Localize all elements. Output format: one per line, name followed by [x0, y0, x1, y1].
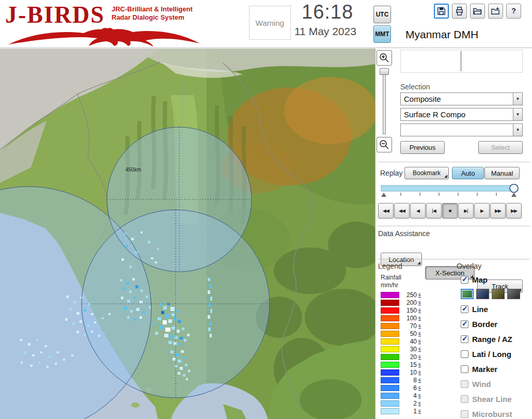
shear-line-checkbox [461, 395, 468, 403]
wind-checkbox [461, 380, 468, 388]
forward-button[interactable]: ▶▶ [490, 203, 506, 219]
selection-label: Selection [400, 83, 430, 91]
terrain-map-image: 450km [0, 49, 375, 419]
range-az-checkbox[interactable] [461, 335, 468, 343]
radar-map[interactable]: 450km [0, 49, 375, 419]
map-style-swatch-olive[interactable] [492, 289, 505, 299]
legend-row: 250≤ [381, 291, 421, 299]
legend-unit-line2: mm/hr [381, 282, 401, 289]
select-button[interactable]: Select [478, 141, 523, 154]
divider [378, 162, 530, 162]
manual-button[interactable]: Manual [484, 167, 520, 179]
legend-swatch [381, 354, 399, 360]
chevron-down-icon[interactable] [513, 124, 522, 136]
legend-row: 30≤ [381, 345, 421, 353]
logo-title: J-BIRDS [5, 1, 105, 28]
slider-end-marker[interactable] [511, 193, 517, 197]
eagle-icon [7, 27, 201, 46]
legend-row: 40≤ [381, 337, 421, 345]
legend-swatch [381, 323, 399, 329]
legend-swatch [381, 338, 399, 345]
station-title: Myanmar DMH [405, 28, 478, 41]
legend-swatch [381, 300, 399, 306]
export-icon [491, 6, 500, 16]
previous-button[interactable]: Previous [400, 141, 445, 154]
mmt-button[interactable]: MMT [373, 25, 391, 43]
rewind-fast-button[interactable]: ◀◀ [378, 203, 394, 219]
slider-start-marker[interactable] [381, 193, 386, 197]
clock-time: 16:18 [294, 1, 356, 23]
rewind-button[interactable]: ◀◀ [394, 203, 410, 219]
clock-date: 11 May 2023 [294, 25, 356, 38]
lati-long-checkbox[interactable] [461, 350, 468, 358]
extra-dropdown[interactable] [400, 123, 523, 136]
forward-fast-button[interactable]: ▶▶ [506, 203, 522, 219]
step-forward-button[interactable]: ▶| [458, 203, 474, 219]
map-color-swatches [461, 286, 531, 302]
border-checkbox[interactable] [461, 320, 468, 328]
legend-row: 150≤ [381, 306, 421, 314]
overlay-row-marker: Marker [461, 362, 531, 377]
overlay-row-wind: Wind [461, 377, 531, 392]
legend-row: 10≤ [381, 368, 421, 376]
zoom-in-button[interactable] [377, 50, 392, 66]
map-checkbox[interactable] [461, 276, 468, 284]
play-button[interactable]: ▶ [474, 203, 490, 219]
product-dropdown-value: Surface R Compo [404, 110, 465, 119]
logo-subtitle-line2: Radar Dialogic System [112, 13, 193, 22]
list-divider [461, 51, 461, 71]
legend-swatch [381, 315, 399, 321]
legend-row: 50≤ [381, 330, 421, 337]
map-style-swatch-green[interactable] [461, 289, 474, 299]
zoom-out-button[interactable] [377, 137, 392, 152]
legend-swatch [381, 369, 399, 376]
bookmark-button[interactable]: Bookmark [404, 167, 449, 179]
auto-button[interactable]: Auto [452, 167, 484, 179]
data-assistance-label: Data Assistance [378, 229, 430, 238]
line-checkbox[interactable] [461, 305, 468, 313]
zoom-slider[interactable] [377, 67, 392, 135]
map-style-swatch-blue[interactable] [476, 289, 489, 299]
legend-row: 4≤ [381, 392, 421, 399]
composite-dropdown[interactable]: Composite [400, 92, 523, 105]
chevron-down-icon[interactable] [513, 93, 522, 105]
legend-row: 200≤ [381, 299, 421, 306]
step-back-button[interactable]: |◀ [426, 203, 442, 219]
utc-button[interactable]: UTC [373, 6, 391, 23]
divider [378, 259, 530, 259]
map-style-swatch-gray[interactable] [507, 289, 520, 299]
legend-unit-line1: Rainfall [381, 274, 401, 282]
timezone-toggle: UTC MMT [373, 6, 391, 45]
chevron-down-icon[interactable] [513, 108, 522, 120]
zoom-slider-groove [383, 68, 386, 134]
product-list-box[interactable] [400, 50, 523, 73]
legend-row: 70≤ [381, 322, 421, 330]
slider-handle[interactable] [510, 184, 518, 193]
zoom-slider-thumb[interactable] [380, 68, 389, 75]
open-folder-button[interactable] [470, 4, 485, 19]
play-reverse-button[interactable]: ◀ [410, 203, 426, 219]
zoom-in-icon [379, 52, 390, 64]
overlay-row-lati-long: Lati / Long [461, 347, 531, 362]
product-dropdown[interactable]: Surface R Compo [400, 108, 523, 121]
legend-swatch [381, 377, 399, 383]
warning-button[interactable]: Warning [249, 6, 291, 40]
legend-row: 8≤ [381, 376, 421, 384]
legend-row: 100≤ [381, 314, 421, 322]
legend-row: 1≤ [381, 407, 421, 415]
overlay-row-line: Line [461, 302, 531, 317]
divider [378, 226, 530, 226]
print-icon [455, 6, 464, 16]
marker-checkbox[interactable] [461, 365, 468, 373]
help-button[interactable]: ? [506, 4, 521, 19]
print-button[interactable] [452, 4, 467, 19]
playback-controls: ◀◀ ◀◀ ◀ |◀ ■ ▶| ▶ ▶▶ ▶▶ [378, 203, 522, 219]
legend-swatch [381, 346, 399, 352]
header: J-BIRDS JRC-Brilliant & Intelligent Rada… [0, 0, 532, 48]
replay-slider[interactable] [380, 184, 521, 198]
jbirds-app: J-BIRDS JRC-Brilliant & Intelligent Rada… [0, 0, 532, 419]
composite-dropdown-value: Composite [404, 95, 441, 103]
stop-button[interactable]: ■ [442, 203, 458, 219]
export-button[interactable] [488, 4, 503, 19]
save-button[interactable] [434, 4, 449, 19]
